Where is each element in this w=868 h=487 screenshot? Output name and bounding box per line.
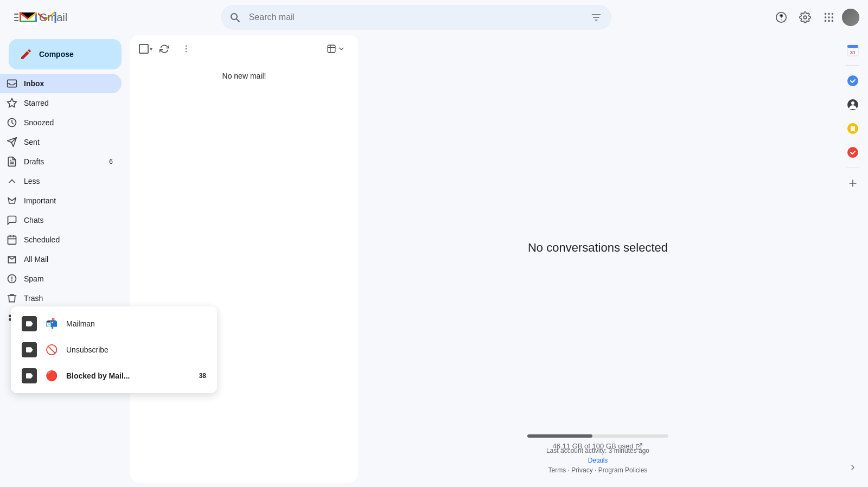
mailman-tag-icon <box>22 316 37 331</box>
trash-label: Trash <box>24 294 113 303</box>
svg-point-28 <box>186 48 187 49</box>
details-link[interactable]: Details <box>546 457 649 464</box>
help-button[interactable] <box>770 7 792 28</box>
drafts-badge: 6 <box>109 158 113 165</box>
scheduled-label: Scheduled <box>24 235 113 244</box>
svg-rect-31 <box>847 45 858 48</box>
svg-marker-20 <box>8 198 15 203</box>
toolbar-right <box>322 41 349 57</box>
main-layout: Compose Inbox Starred Snoozed <box>0 35 868 487</box>
blocked-badge: 38 <box>199 372 206 380</box>
unsubscribe-tag-icon <box>22 342 37 357</box>
svg-rect-6 <box>20 21 37 22</box>
sidebar-item-allmail[interactable]: All Mail <box>0 249 122 269</box>
footer-policy: Terms · Privacy · Program Policies <box>546 466 649 474</box>
refresh-button[interactable] <box>155 39 174 59</box>
starred-icon <box>7 98 17 108</box>
sidebar-item-important[interactable]: Important <box>0 191 122 210</box>
spam-icon <box>7 273 17 284</box>
snoozed-icon <box>7 117 17 128</box>
no-conversations-section: No conversations selected <box>528 241 668 277</box>
reading-pane: No conversations selected 46.11 GB of 10… <box>362 35 833 483</box>
svg-point-17 <box>828 20 830 22</box>
compose-button[interactable]: Compose <box>9 39 122 69</box>
expand-panel-button[interactable] <box>842 457 864 478</box>
sidebar-item-starred[interactable]: Starred <box>0 93 122 113</box>
mailman-label: Mailman <box>66 319 197 328</box>
drafts-label: Drafts <box>24 157 103 166</box>
svg-point-13 <box>825 16 827 18</box>
keep-icon-button[interactable] <box>842 118 864 139</box>
settings-button[interactable] <box>794 7 816 28</box>
allmail-label: All Mail <box>24 255 113 264</box>
contacts-icon-button[interactable] <box>842 94 864 116</box>
snoozed-label: Snoozed <box>24 118 113 127</box>
popup-item-unsubscribe[interactable]: 🚫 Unsubscribe <box>11 337 217 363</box>
spam-label: Spam <box>24 274 113 283</box>
apps-button[interactable] <box>818 7 840 28</box>
tasks-icon-button[interactable] <box>842 70 864 92</box>
storage-bar-fill <box>527 434 592 438</box>
terms-link[interactable]: Terms <box>548 466 566 474</box>
program-policies-link[interactable]: Program Policies <box>598 466 648 474</box>
sidebar-item-scheduled[interactable]: Scheduled <box>0 230 122 249</box>
no-mail-banner: No new mail! <box>130 63 358 89</box>
panel-divider <box>846 65 859 66</box>
blocked-tag-icon <box>22 368 37 383</box>
unsubscribe-label: Unsubscribe <box>66 345 197 354</box>
sidebar-item-snoozed[interactable]: Snoozed <box>0 113 122 132</box>
important-icon <box>7 195 17 206</box>
search-filter-button[interactable] <box>588 9 605 26</box>
last-activity-text: Last account activity: 3 minutes ago <box>546 447 649 454</box>
svg-rect-32 <box>847 48 858 48</box>
privacy-link[interactable]: Privacy <box>571 466 592 474</box>
avatar[interactable] <box>842 9 859 26</box>
topbar-left: Gmail <box>9 7 139 28</box>
svg-point-10 <box>825 13 827 15</box>
chats-icon <box>7 215 17 226</box>
select-all-checkbox[interactable] <box>139 44 149 54</box>
sidebar-item-less[interactable]: Less <box>0 171 122 191</box>
sidebar-item-spam[interactable]: Spam <box>0 269 122 289</box>
search-input[interactable] <box>221 5 611 30</box>
popup-item-blocked[interactable]: 🔴 Blocked by Mail... 38 <box>11 363 217 389</box>
sidebar-item-drafts[interactable]: Drafts 6 <box>0 152 122 171</box>
inbox-icon <box>7 78 17 89</box>
svg-point-36 <box>851 101 854 105</box>
svg-point-12 <box>832 13 834 15</box>
popup-item-mailman[interactable]: 📬 Mailman <box>11 311 217 337</box>
svg-point-11 <box>828 13 830 15</box>
sidebar: Compose Inbox Starred Snoozed <box>0 35 130 487</box>
select-chevron[interactable]: ▾ <box>150 46 152 52</box>
storage-bar-background <box>527 434 668 438</box>
blocked-label: Blocked by Mail... <box>66 371 190 380</box>
select-all-wrapper: ▾ <box>139 44 152 54</box>
chats-label: Chats <box>24 216 113 225</box>
categories-popup: 📬 Mailman 🚫 Unsubscribe 🔴 Blocked by Mai… <box>11 306 217 393</box>
calendar-icon-button[interactable]: 31 <box>842 39 864 61</box>
add-addon-button[interactable] <box>842 172 864 194</box>
right-panel: 31 <box>838 35 868 487</box>
more-options-button[interactable] <box>176 39 196 59</box>
scheduled-icon <box>7 234 17 245</box>
no-mail-text: No new mail! <box>222 72 266 80</box>
inbox-label: Inbox <box>24 79 113 88</box>
todo-icon-button[interactable] <box>842 142 864 163</box>
search-icon <box>229 12 240 23</box>
gmail-wordmark: Gmail <box>39 11 67 24</box>
sidebar-item-trash[interactable]: Trash <box>0 289 122 308</box>
sidebar-item-sent[interactable]: Sent <box>0 132 122 152</box>
less-icon <box>7 176 17 187</box>
svg-point-29 <box>186 51 187 52</box>
svg-rect-21 <box>8 236 16 244</box>
panel-divider-2 <box>846 168 859 168</box>
view-options-button[interactable] <box>322 41 349 57</box>
compose-label: Compose <box>39 50 74 59</box>
topbar-right <box>770 7 859 28</box>
unsubscribe-emoji-icon: 🚫 <box>46 344 58 356</box>
sidebar-item-inbox[interactable]: Inbox <box>0 74 122 93</box>
svg-point-27 <box>186 46 187 47</box>
sidebar-item-chats[interactable]: Chats <box>0 210 122 230</box>
blocked-emoji-icon: 🔴 <box>46 370 58 382</box>
drafts-icon <box>7 156 17 167</box>
